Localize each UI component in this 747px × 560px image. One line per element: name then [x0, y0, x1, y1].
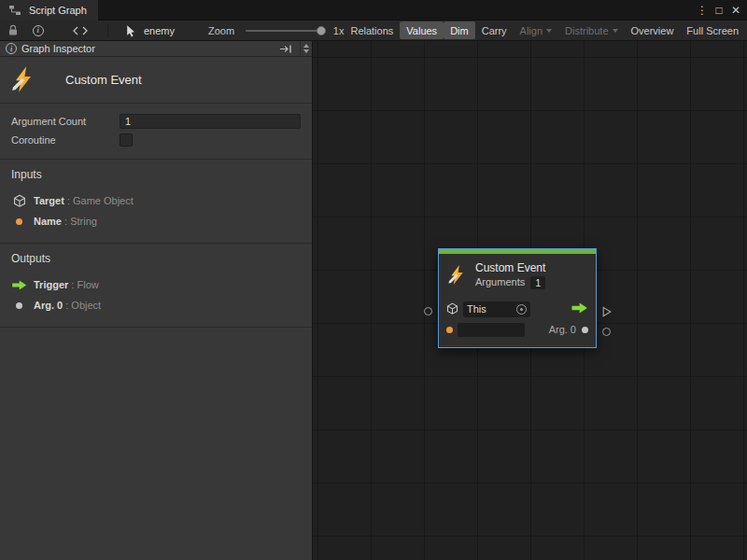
coroutine-checkbox[interactable]: [120, 133, 133, 147]
values-button[interactable]: Values: [400, 21, 444, 39]
graph-inspector-title: Graph Inspector: [21, 43, 95, 54]
dropdown-arrow-icon: [546, 29, 552, 33]
inputs-title: Inputs: [11, 168, 301, 181]
port-row-target: Target : Game Object: [11, 190, 301, 211]
game-object-port-icon: [446, 302, 458, 316]
panel-spinner[interactable]: [300, 41, 312, 56]
node-title: Custom Event: [475, 261, 545, 275]
node-arg-row: Arg. 0: [446, 319, 588, 340]
dock-icon[interactable]: [276, 39, 295, 58]
tab-script-graph[interactable]: Script Graph: [0, 0, 98, 21]
string-input-port[interactable]: [446, 327, 453, 333]
unity-script-graph-window: Script Graph ⋮ □ ✕ i enemy Zoom 1x: [0, 0, 747, 560]
flow-port-icon: [11, 280, 27, 290]
info-icon: i: [6, 43, 17, 54]
event-name-input[interactable]: [458, 323, 525, 337]
zoom-value: 1x: [333, 25, 345, 36]
tab-title: Script Graph: [29, 5, 87, 16]
dropdown-arrow-icon: [613, 29, 618, 33]
unit-header: Custom Event: [0, 57, 312, 104]
graph-name: enemy: [144, 25, 175, 36]
carry-button[interactable]: Carry: [475, 21, 514, 39]
unit-title: Custom Event: [65, 73, 142, 87]
node-body: This Arg. 0: [439, 295, 596, 347]
maximize-button[interactable]: □: [712, 1, 726, 20]
node-arguments-label: Arguments: [475, 275, 525, 289]
dim-button[interactable]: Dim: [444, 21, 475, 39]
script-graph-icon: [6, 1, 24, 20]
inputs-section: Inputs Target : Game Object Name : Strin…: [0, 160, 312, 244]
argument-count-input[interactable]: [120, 114, 301, 129]
relations-button[interactable]: Relations: [344, 21, 400, 39]
flow-socket[interactable]: [602, 306, 612, 317]
string-port-icon: [11, 218, 27, 225]
distribute-button: Distribute: [558, 21, 624, 39]
port-row-arg0: Arg. 0 : Object: [11, 295, 301, 315]
spin-up-icon: [303, 44, 309, 48]
object-port-icon: [11, 302, 27, 309]
window-menu-button[interactable]: ⋮: [695, 1, 710, 20]
zoom-label: Zoom: [208, 25, 234, 36]
graph-inspector-panel: i Graph Inspector Custom E: [0, 41, 313, 560]
graph-canvas[interactable]: Custom Event Arguments 1 This: [313, 41, 747, 560]
unit-fields: Argument Count Coroutine: [0, 104, 312, 160]
graph-inspector-header: i Graph Inspector: [0, 41, 312, 57]
custom-event-icon: [9, 65, 37, 95]
object-picker-icon[interactable]: [516, 304, 527, 315]
graph-breadcrumb[interactable]: enemy: [121, 21, 175, 40]
graph-toolbar: i enemy Zoom 1x Relations Values Dim Car…: [0, 21, 747, 41]
cursor-icon: [121, 21, 140, 40]
custom-event-node[interactable]: Custom Event Arguments 1 This: [438, 248, 597, 348]
target-socket[interactable]: [424, 307, 432, 315]
node-target-row: This: [446, 299, 588, 319]
code-icon[interactable]: [71, 21, 89, 40]
zoom-slider[interactable]: [246, 30, 322, 32]
zoom-slider-handle[interactable]: [317, 26, 326, 35]
arg0-socket[interactable]: [602, 328, 611, 336]
port-row-name: Name : String: [11, 211, 301, 231]
object-output-port[interactable]: [582, 327, 588, 333]
toolbar-separator: [107, 24, 108, 37]
coroutine-label: Coroutine: [11, 134, 120, 146]
target-object-dropdown[interactable]: This: [463, 301, 530, 317]
close-button[interactable]: ✕: [728, 1, 743, 20]
lock-icon[interactable]: [4, 21, 21, 40]
info-toggle-icon[interactable]: i: [29, 21, 47, 40]
flow-output-port[interactable]: [571, 302, 588, 315]
outputs-title: Outputs: [11, 252, 301, 265]
node-header[interactable]: Custom Event Arguments 1: [439, 254, 596, 295]
arg0-label: Arg. 0: [549, 324, 576, 335]
argument-count-row: Argument Count: [11, 112, 301, 131]
argument-count-label: Argument Count: [11, 116, 120, 127]
align-button: Align: [514, 21, 558, 39]
coroutine-row: Coroutine: [11, 131, 301, 149]
node-arguments-count: 1: [530, 276, 545, 289]
titlebar: Script Graph ⋮ □ ✕: [0, 0, 747, 21]
outputs-section: Outputs Trigger : Flow Arg. 0 : Object: [0, 244, 312, 328]
full-screen-button[interactable]: Full Screen: [680, 21, 745, 39]
game-object-port-icon: [11, 194, 27, 207]
port-row-trigger: Trigger : Flow: [11, 274, 301, 295]
spin-down-icon: [303, 49, 309, 53]
overview-button[interactable]: Overview: [625, 21, 681, 39]
custom-event-icon: [446, 264, 468, 287]
window-controls: ⋮ □ ✕: [695, 1, 747, 20]
